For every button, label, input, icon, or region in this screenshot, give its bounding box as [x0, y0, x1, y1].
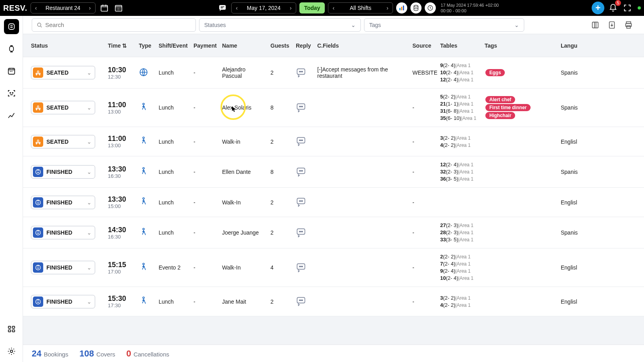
restaurant-picker[interactable]: ‹ Restaurant 24 › [31, 2, 96, 13]
restaurant-label: Restaurant 24 [41, 3, 85, 13]
timestamp: 17 May 2024 17:59:46 +02:00 00:00 - 00:0… [441, 2, 498, 13]
timestamp-line2: 00:00 - 00:00 [441, 8, 498, 13]
notifications-icon[interactable]: 5 [608, 2, 619, 13]
calendar-icon[interactable] [99, 2, 110, 13]
date-picker[interactable]: ‹ May 17, 2024 › [231, 2, 296, 13]
next-date-icon[interactable]: › [286, 3, 296, 13]
logo: RESV. [3, 4, 27, 13]
shift-picker[interactable]: ‹ All Shifts › [328, 2, 393, 13]
svg-rect-3 [399, 8, 401, 10]
stats-icon[interactable] [396, 2, 407, 13]
svg-rect-0 [101, 6, 107, 12]
prev-shift-icon[interactable]: ‹ [328, 3, 339, 13]
fullscreen-icon[interactable] [622, 2, 633, 13]
new-booking-button[interactable]: + [592, 2, 604, 14]
prev-date-icon[interactable]: ‹ [232, 3, 242, 13]
svg-point-6 [414, 5, 418, 7]
shift-label: All Shifts [339, 3, 382, 13]
notif-badge: 5 [615, 0, 621, 6]
chat-icon[interactable] [217, 2, 228, 13]
next-restaurant-icon[interactable]: › [85, 3, 95, 13]
storage-icon[interactable] [410, 2, 422, 13]
topbar: RESV. ‹ Restaurant 24 › ‹ May 17, 2024 ›… [0, 0, 644, 16]
week-calendar-icon[interactable] [113, 2, 124, 13]
timestamp-line1: 17 May 2024 17:59:46 +02:00 [441, 2, 498, 8]
svg-rect-5 [403, 6, 404, 10]
live-indicator-icon [638, 6, 641, 10]
prev-restaurant-icon[interactable]: ‹ [31, 3, 41, 13]
clock-icon[interactable] [425, 2, 436, 13]
svg-rect-4 [401, 7, 402, 10]
next-shift-icon[interactable]: › [382, 3, 393, 13]
today-button[interactable]: Today [299, 2, 325, 13]
svg-rect-2 [219, 5, 226, 10]
date-label: May 17, 2024 [242, 3, 286, 13]
